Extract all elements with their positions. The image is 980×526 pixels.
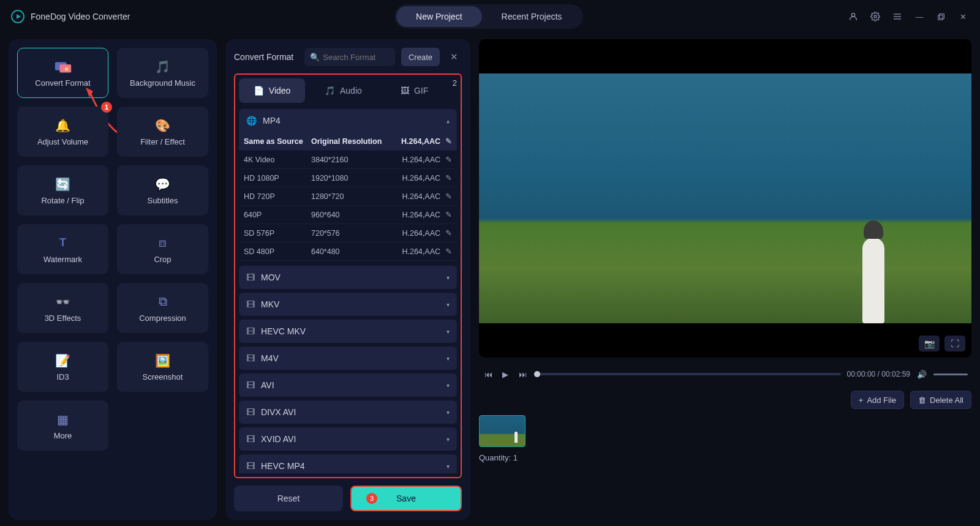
scrubber[interactable]	[534, 373, 841, 375]
tool-label: Background Music	[130, 78, 195, 88]
file-thumbnail[interactable]	[479, 415, 526, 447]
svg-rect-5	[940, 13, 944, 18]
tool-compression[interactable]: ⧉Compression	[117, 283, 208, 333]
edit-icon[interactable]: ✎	[445, 155, 452, 164]
preset-row[interactable]: HD 1080P1920*1080H.264,AAC✎	[239, 169, 457, 187]
tool-crop[interactable]: ⧈Crop	[117, 224, 208, 274]
video-preview[interactable]: 📷 ⛶	[479, 39, 971, 358]
create-button[interactable]: Create	[401, 48, 440, 66]
edit-icon[interactable]: ✎	[445, 228, 452, 238]
svg-rect-6	[938, 15, 943, 20]
format-header[interactable]: 🎞DIVX AVI▾	[239, 400, 457, 424]
preset-codec: H.264,AAC	[397, 229, 440, 238]
settings-icon[interactable]	[870, 11, 881, 22]
format-list[interactable]: 🌐MP4▴ Same as SourceOriginal ResolutionH…	[239, 109, 457, 473]
delete-all-button[interactable]: 🗑Delete All	[910, 391, 971, 409]
tool-adjust-volume[interactable]: 🔔Adjust Volume1	[17, 107, 108, 157]
collapsed-formats: 🎞MOV▾🎞MKV▾🎞HEVC MKV▾🎞M4V▾🎞AVI▾🎞DIVX AVI▾…	[239, 266, 457, 473]
tool-3d-effects[interactable]: 👓3D Effects	[17, 283, 108, 333]
tool-rotate-flip[interactable]: 🔄Rotate / Flip	[17, 165, 108, 216]
format-panel: Convert Format 🔍 Create ✕ 📄Video 🎵Audio …	[225, 39, 470, 520]
format-header[interactable]: 🎞MOV▾	[239, 266, 457, 289]
preset-codec: H.264,AAC	[397, 247, 440, 256]
preset-row[interactable]: SD 480P640*480H.264,AAC✎	[239, 242, 457, 261]
format-header[interactable]: 🎞HEVC MKV▾	[239, 320, 457, 343]
volume-slider[interactable]	[933, 374, 968, 375]
caret-down-icon: ▾	[447, 382, 450, 389]
preset-name: SD 480P	[244, 247, 311, 256]
format-label: DIVX AVI	[261, 407, 296, 417]
add-file-label: Add File	[867, 396, 896, 405]
tool-label: Rotate / Flip	[41, 196, 84, 205]
plus-icon: +	[859, 396, 864, 405]
filter-icon: 🎨	[154, 118, 172, 133]
caret-down-icon: ▾	[447, 436, 450, 443]
film-icon: 🎞	[246, 326, 255, 336]
lighthouse-graphic	[862, 238, 884, 323]
edit-icon[interactable]: ✎	[445, 173, 452, 182]
edit-icon[interactable]: ✎	[445, 192, 452, 201]
caret-up-icon: ▴	[447, 118, 450, 124]
preset-row[interactable]: HD 720P1280*720H.264,AAC✎	[239, 187, 457, 206]
preset-row[interactable]: Same as SourceOriginal ResolutionH.264,A…	[239, 132, 457, 151]
preset-name: HD 1080P	[244, 174, 311, 182]
save-button[interactable]: 3Save	[350, 486, 462, 511]
tool-watermark[interactable]: TWatermark	[17, 224, 108, 274]
menu-icon[interactable]	[892, 11, 903, 22]
tool-subtitles[interactable]: 💬Subtitles	[117, 165, 208, 216]
tool-convert-format[interactable]: Convert Format	[17, 48, 108, 98]
subtab-video[interactable]: 📄Video	[239, 78, 305, 103]
format-label: AVI	[261, 380, 274, 390]
more-grid-icon: ▦	[54, 411, 72, 427]
scrubber-playhead[interactable]	[534, 371, 540, 377]
format-header[interactable]: 🎞M4V▾	[239, 347, 457, 370]
format-header[interactable]: 🎞MKV▾	[239, 293, 457, 316]
format-header[interactable]: 🎞HEVC MP4▾	[239, 454, 457, 473]
tool-filter-effect[interactable]: 🎨Filter / Effect	[117, 107, 208, 157]
edit-icon[interactable]: ✎	[445, 137, 452, 146]
reset-button[interactable]: Reset	[234, 486, 343, 511]
close-panel-icon[interactable]: ✕	[446, 49, 462, 65]
snapshot-button[interactable]: 📷	[919, 336, 940, 351]
prev-button[interactable]: ⏮	[483, 369, 494, 380]
preset-name: SD 576P	[244, 229, 311, 238]
subtab-label: Video	[269, 86, 291, 96]
edit-icon[interactable]: ✎	[445, 247, 452, 256]
save-button-label: Save	[396, 494, 416, 503]
preset-row[interactable]: SD 576P720*576H.264,AAC✎	[239, 224, 457, 242]
preset-name: HD 720P	[244, 192, 311, 201]
format-label: HEVC MKV	[261, 326, 306, 336]
tool-label: Subtitles	[148, 196, 178, 205]
tab-new-project[interactable]: New Project	[396, 6, 481, 27]
account-icon[interactable]	[848, 11, 859, 22]
play-button[interactable]: ▶	[500, 369, 511, 380]
format-label: HEVC MP4	[261, 461, 305, 471]
volume-icon: 🔔	[54, 118, 72, 133]
edit-icon[interactable]: ✎	[445, 210, 452, 219]
fullscreen-button[interactable]: ⛶	[944, 336, 965, 351]
tool-background-music[interactable]: 🎵Background Music	[117, 48, 208, 98]
format-header[interactable]: 🎞XVID AVI▾	[239, 427, 457, 451]
subtab-label: Audio	[340, 86, 362, 96]
tool-screenshot[interactable]: 🖼️Screenshot	[117, 342, 208, 392]
film-icon: 🎞	[246, 299, 255, 309]
tool-label: More	[54, 431, 72, 440]
subtab-gif[interactable]: 🖼GIF	[382, 78, 448, 103]
minimize-icon[interactable]: —	[914, 11, 925, 22]
next-button[interactable]: ⏭	[517, 369, 528, 380]
volume-button[interactable]: 🔊	[916, 369, 927, 380]
format-label: M4V	[261, 353, 279, 363]
preset-row[interactable]: 4K Video3840*2160H.264,AAC✎	[239, 151, 457, 169]
tool-more[interactable]: ▦More	[17, 400, 108, 451]
tab-recent-projects[interactable]: Recent Projects	[482, 6, 582, 27]
tool-id3[interactable]: 📝ID3	[17, 342, 108, 392]
subtab-audio[interactable]: 🎵Audio	[310, 78, 376, 103]
maximize-icon[interactable]	[936, 11, 947, 22]
preview-pane: 📷 ⛶ ⏮ ▶ ⏭ 00:00:00 / 00:02:59 🔊 +Add Fil…	[479, 39, 971, 520]
format-header-mp4[interactable]: 🌐MP4▴	[239, 109, 457, 132]
format-header[interactable]: 🎞AVI▾	[239, 374, 457, 397]
add-file-button[interactable]: +Add File	[851, 391, 904, 409]
close-window-icon[interactable]: ✕	[958, 11, 969, 22]
preset-resolution: 720*576	[311, 229, 397, 238]
preset-row[interactable]: 640P960*640H.264,AAC✎	[239, 206, 457, 224]
